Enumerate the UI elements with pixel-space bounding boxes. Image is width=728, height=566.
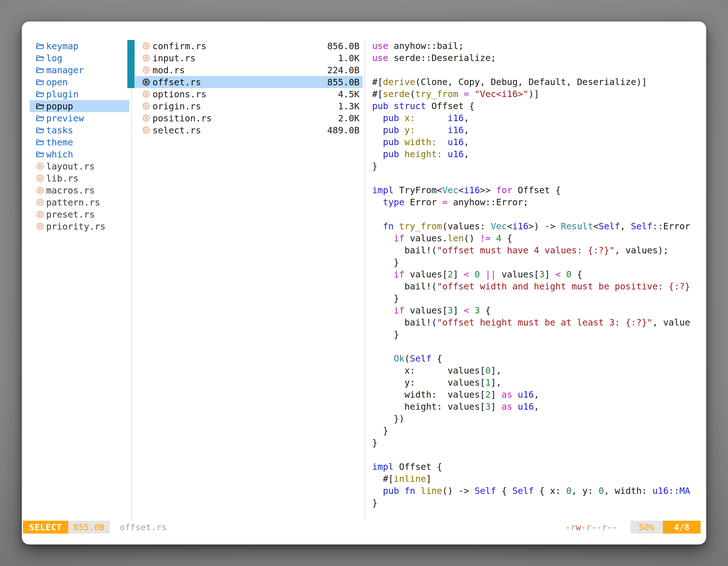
svg-text:R: R	[38, 164, 42, 169]
svg-text:R: R	[144, 104, 148, 109]
file-row-mod-rs[interactable]: Rmod.rs224.0B	[135, 64, 363, 76]
file-size: 4.5K	[338, 89, 360, 100]
file-row-confirm-rs[interactable]: Rconfirm.rs856.0B	[135, 40, 363, 52]
rust-file-icon: R	[141, 78, 151, 86]
svg-text:R: R	[144, 116, 148, 121]
code-line: width: values[2] as u16,	[372, 389, 706, 401]
sidebar-item-macros-rs[interactable]: Rmacros.rs	[30, 184, 129, 196]
sidebar-item-label: pattern.rs	[46, 197, 100, 208]
sidebar-item-popup[interactable]: popup	[30, 100, 129, 112]
sidebar-item-lib-rs[interactable]: Rlib.rs	[30, 172, 129, 184]
code-line: impl Offset {	[372, 461, 706, 473]
sidebar-item-log[interactable]: log	[30, 52, 129, 64]
sidebar-item-label: log	[46, 53, 62, 64]
sidebar-item-plugin[interactable]: plugin	[30, 88, 129, 100]
code-line: }	[372, 292, 706, 304]
sidebar-item-pattern-rs[interactable]: Rpattern.rs	[30, 196, 129, 208]
rust-file-icon: R	[35, 174, 45, 183]
svg-text:R: R	[38, 224, 42, 229]
file-size: 1.0K	[338, 53, 360, 64]
file-row-origin-rs[interactable]: Rorigin.rs1.3K	[135, 100, 363, 112]
cursor-position-badge: 4/8	[663, 521, 701, 534]
file-name: offset.rs	[152, 77, 327, 88]
svg-text:R: R	[144, 80, 148, 85]
file-size: 224.0B	[327, 65, 360, 76]
code-line: }	[372, 257, 706, 269]
code-line	[372, 64, 706, 76]
code-line	[372, 208, 706, 220]
sidebar-item-layout-rs[interactable]: Rlayout.rs	[30, 160, 129, 172]
code-line: }	[372, 425, 706, 437]
sidebar-item-which[interactable]: which	[30, 148, 129, 160]
file-name: select.rs	[152, 125, 327, 136]
file-list-scrollbar[interactable]	[127, 40, 135, 88]
code-line: pub fn line() -> Self { Self { x: 0, y: …	[372, 485, 706, 497]
code-preview-pane: use anyhow::bail;use serde::Deserialize;…	[372, 40, 706, 522]
code-line: if values.len() != 4 {	[372, 233, 706, 245]
rust-file-icon: R	[141, 90, 151, 98]
code-line: }	[372, 160, 706, 172]
folder-open-icon	[35, 102, 45, 110]
sidebar-item-label: preset.rs	[46, 209, 95, 220]
scroll-percent-badge: 50%	[630, 521, 663, 534]
sidebar-item-label: manager	[46, 65, 84, 76]
file-row-input-rs[interactable]: Rinput.rs1.0K	[135, 52, 363, 64]
sidebar-item-preview[interactable]: preview	[30, 112, 129, 124]
code-line: if values[2] < 0 || values[3] < 0 {	[372, 269, 706, 281]
rust-file-icon: R	[141, 42, 151, 50]
rust-file-icon: R	[35, 222, 45, 231]
code-line: pub struct Offset {	[372, 100, 706, 112]
file-row-position-rs[interactable]: Rposition.rs2.0K	[135, 112, 363, 124]
sidebar-item-theme[interactable]: theme	[30, 136, 129, 148]
sidebar-item-priority-rs[interactable]: Rpriority.rs	[30, 220, 129, 233]
code-line: })	[372, 413, 706, 425]
folder-open-icon	[35, 78, 45, 86]
sidebar-item-label: macros.rs	[46, 185, 95, 196]
folder-open-icon	[35, 126, 45, 134]
app-window: keymaplogmanageropenpluginpopuppreviewta…	[22, 22, 706, 544]
svg-text:R: R	[144, 56, 148, 61]
sidebar-item-manager[interactable]: manager	[30, 64, 129, 76]
sidebar-item-keymap[interactable]: keymap	[30, 40, 129, 52]
rust-file-icon: R	[35, 186, 45, 195]
code-line	[372, 340, 706, 353]
svg-text:R: R	[144, 44, 148, 49]
sidebar-item-label: preview	[46, 113, 84, 124]
pane-divider-right	[365, 40, 365, 520]
code-line: Ok(Self {	[372, 353, 706, 365]
sidebar-item-label: theme	[46, 137, 73, 148]
code-line: #[serde(try_from = "Vec<i16>")]	[372, 88, 706, 100]
rust-file-icon: R	[141, 66, 151, 74]
rust-file-icon: R	[35, 162, 45, 171]
file-name: origin.rs	[152, 101, 338, 112]
file-row-offset-rs[interactable]: Roffset.rs855.0B	[135, 76, 363, 88]
status-bar: SELECT 855.0B offset.rs -rw-r--r-- 50% 4…	[23, 521, 701, 534]
rust-file-icon: R	[141, 114, 151, 123]
code-line: }	[372, 497, 706, 509]
svg-text:R: R	[38, 212, 42, 217]
rust-file-icon: R	[141, 102, 151, 111]
parent-directory-list: keymaplogmanageropenpluginpopuppreviewta…	[30, 40, 129, 233]
folder-open-icon	[35, 90, 45, 98]
sidebar-item-label: keymap	[46, 41, 79, 51]
sidebar-item-label: lib.rs	[46, 173, 79, 184]
code-line	[372, 449, 706, 461]
code-line: x: values[0],	[372, 365, 706, 377]
code-line: type Error = anyhow::Error;	[372, 196, 706, 208]
folder-open-icon	[35, 42, 45, 50]
sidebar-item-label: layout.rs	[46, 161, 95, 172]
svg-text:R: R	[144, 92, 148, 97]
code-line: use serde::Deserialize;	[372, 52, 706, 64]
file-row-select-rs[interactable]: Rselect.rs489.0B	[135, 124, 363, 136]
sidebar-item-open[interactable]: open	[30, 76, 129, 88]
file-size: 2.0K	[338, 113, 360, 124]
folder-open-icon	[35, 114, 45, 122]
code-line	[372, 172, 706, 184]
file-row-options-rs[interactable]: Roptions.rs4.5K	[135, 88, 363, 100]
folder-open-icon	[35, 66, 45, 74]
code-line: if values[3] < 3 {	[372, 304, 706, 316]
svg-text:R: R	[144, 68, 148, 73]
permissions-label: -rw-r--r--	[565, 522, 617, 532]
sidebar-item-tasks[interactable]: tasks	[30, 124, 129, 136]
sidebar-item-preset-rs[interactable]: Rpreset.rs	[30, 208, 129, 220]
